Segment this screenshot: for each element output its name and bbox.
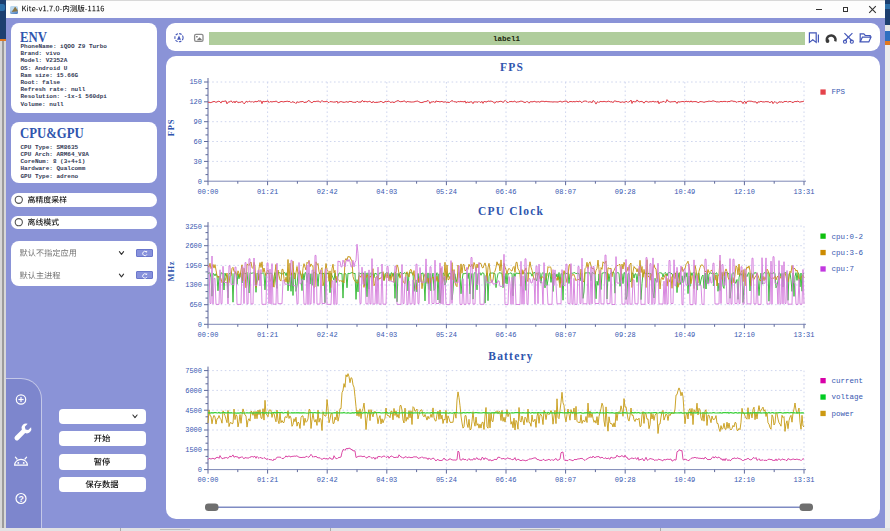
svg-text:12:10: 12:10 <box>734 188 755 196</box>
svg-text:voltage: voltage <box>832 393 864 401</box>
svg-text:90: 90 <box>194 118 202 126</box>
svg-text:09:28: 09:28 <box>615 331 636 339</box>
svg-text:10:49: 10:49 <box>674 331 695 339</box>
svg-text:00:00: 00:00 <box>197 331 218 339</box>
svg-text:MHz: MHz <box>166 261 176 282</box>
svg-text:01:21: 01:21 <box>257 188 278 196</box>
svg-text:3000: 3000 <box>185 426 202 434</box>
svg-text:08:07: 08:07 <box>555 188 576 196</box>
svg-text:01:21: 01:21 <box>257 331 278 339</box>
svg-text:01:21: 01:21 <box>257 476 278 484</box>
svg-text:30: 30 <box>194 158 202 166</box>
svg-text:06:46: 06:46 <box>495 188 516 196</box>
svg-text:FPS: FPS <box>500 61 524 73</box>
svg-text:2600: 2600 <box>185 242 202 250</box>
svg-text:12:10: 12:10 <box>734 476 755 484</box>
svg-text:label1: label1 <box>493 35 521 43</box>
svg-text:cpu:0-2: cpu:0-2 <box>832 233 864 241</box>
svg-text:10:49: 10:49 <box>674 476 695 484</box>
svg-text:09:28: 09:28 <box>615 476 636 484</box>
svg-text:3250: 3250 <box>185 223 202 231</box>
svg-text:00:00: 00:00 <box>197 188 218 196</box>
svg-text:12:10: 12:10 <box>734 331 755 339</box>
svg-text:06:46: 06:46 <box>495 476 516 484</box>
svg-text:1300: 1300 <box>185 281 202 289</box>
svg-text:6000: 6000 <box>185 387 202 395</box>
svg-text:4500: 4500 <box>185 407 202 415</box>
svg-text:150: 150 <box>189 78 202 86</box>
svg-text:09:28: 09:28 <box>615 188 636 196</box>
svg-text:00:00: 00:00 <box>197 476 218 484</box>
svg-text:13:31: 13:31 <box>793 331 814 339</box>
svg-text:FPS: FPS <box>166 119 176 137</box>
svg-text:1500: 1500 <box>185 446 202 454</box>
svg-text:10:49: 10:49 <box>674 188 695 196</box>
svg-text:05:24: 05:24 <box>436 476 457 484</box>
svg-text:Battery: Battery <box>488 350 533 363</box>
svg-text:120: 120 <box>189 98 202 106</box>
svg-text:05:24: 05:24 <box>436 331 457 339</box>
svg-text:cpu:7: cpu:7 <box>832 265 855 273</box>
svg-text:60: 60 <box>194 138 202 146</box>
svg-text:13:31: 13:31 <box>793 188 814 196</box>
svg-text:CPU Clock: CPU Clock <box>478 205 544 217</box>
svg-text:04:03: 04:03 <box>376 476 397 484</box>
svg-text:cpu:3-6: cpu:3-6 <box>832 249 864 257</box>
svg-text:?: ? <box>18 494 23 504</box>
svg-text:04:03: 04:03 <box>376 188 397 196</box>
svg-text:7500: 7500 <box>185 367 202 375</box>
svg-text:1950: 1950 <box>185 262 202 270</box>
svg-text:0: 0 <box>198 321 202 329</box>
svg-text:02:42: 02:42 <box>317 331 338 339</box>
svg-text:02:42: 02:42 <box>317 476 338 484</box>
svg-text:06:46: 06:46 <box>495 331 516 339</box>
svg-text:08:07: 08:07 <box>555 476 576 484</box>
svg-text:0: 0 <box>198 466 202 474</box>
svg-text:04:03: 04:03 <box>376 331 397 339</box>
svg-text:08:07: 08:07 <box>555 331 576 339</box>
svg-text:02:42: 02:42 <box>317 188 338 196</box>
svg-text:0: 0 <box>198 178 202 186</box>
svg-text:650: 650 <box>189 301 202 309</box>
svg-text:current: current <box>832 377 864 385</box>
svg-text:FPS: FPS <box>832 88 846 96</box>
svg-text:05:24: 05:24 <box>436 188 457 196</box>
svg-text:power: power <box>832 410 855 418</box>
svg-text:13:31: 13:31 <box>793 476 814 484</box>
